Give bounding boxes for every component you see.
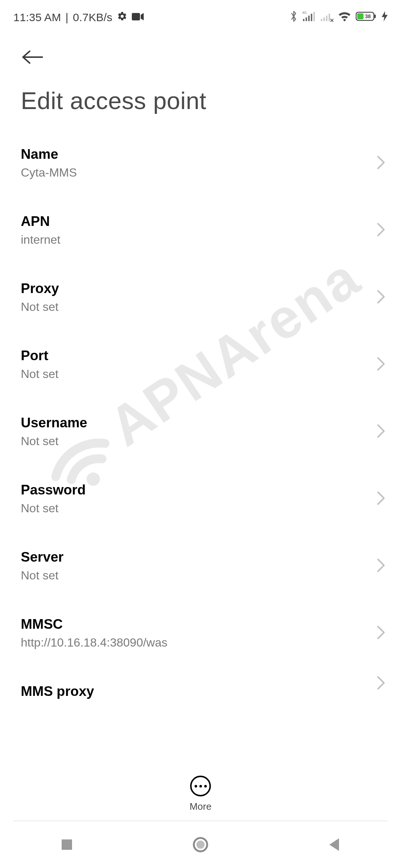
chevron-right-icon (376, 491, 385, 507)
setting-label: Username (21, 415, 365, 431)
setting-row-name[interactable]: Name Cyta-MMS (0, 129, 401, 197)
navigation-bar (0, 821, 401, 868)
setting-row-port[interactable]: Port Not set (0, 331, 401, 398)
setting-label: Password (21, 482, 365, 498)
more-icon (190, 776, 211, 796)
chevron-right-icon (376, 675, 385, 692)
svg-text:4G: 4G (302, 11, 307, 14)
setting-label: Server (21, 549, 365, 565)
chevron-right-icon (376, 558, 385, 574)
svg-rect-1 (132, 13, 140, 20)
arrow-left-icon (22, 50, 44, 65)
setting-row-server[interactable]: Server Not set (0, 532, 401, 599)
chevron-right-icon (376, 155, 385, 171)
chevron-right-icon (376, 625, 385, 641)
signal-4g-icon: 4G (302, 11, 316, 24)
status-time: 11:35 AM (13, 11, 61, 24)
battery-icon: 38 (356, 11, 377, 24)
charging-icon (382, 11, 388, 24)
setting-row-apn[interactable]: APN internet (0, 197, 401, 264)
svg-rect-15 (357, 13, 363, 19)
circle-icon (192, 836, 209, 853)
chevron-right-icon (376, 424, 385, 440)
chevron-right-icon (376, 289, 385, 306)
setting-value: Not set (21, 502, 348, 515)
gear-icon (117, 11, 127, 24)
bluetooth-icon (290, 10, 298, 25)
settings-list: Name Cyta-MMS APN internet Proxy Not set… (0, 129, 401, 701)
status-separator: | (65, 11, 68, 24)
chevron-right-icon (376, 356, 385, 373)
setting-value: internet (21, 233, 348, 247)
nav-home-button[interactable] (178, 834, 223, 856)
svg-rect-3 (303, 19, 304, 21)
page-title: Edit access point (0, 69, 401, 129)
setting-row-username[interactable]: Username Not set (0, 398, 401, 465)
app-bar (0, 29, 401, 69)
setting-value: Not set (21, 300, 348, 314)
svg-rect-9 (323, 17, 325, 21)
chevron-right-icon (376, 222, 385, 239)
setting-label: Port (21, 348, 365, 364)
setting-row-mmsc[interactable]: MMSC http://10.16.18.4:38090/was (0, 599, 401, 667)
setting-row-password[interactable]: Password Not set (0, 465, 401, 532)
svg-rect-7 (313, 12, 315, 21)
setting-value: http://10.16.18.4:38090/was (21, 636, 348, 650)
svg-rect-8 (321, 19, 322, 21)
svg-rect-14 (374, 14, 376, 18)
setting-label: APN (21, 214, 365, 229)
nav-recent-button[interactable] (45, 834, 89, 856)
svg-rect-10 (326, 16, 327, 21)
svg-rect-4 (306, 17, 307, 21)
setting-value: Cyta-MMS (21, 166, 348, 180)
signal-nosim-icon (320, 11, 333, 24)
status-bar: 11:35 AM | 0.7KB/s 4G (0, 0, 401, 29)
battery-percent-text: 38 (365, 13, 371, 19)
setting-label: MMS proxy (21, 684, 365, 699)
setting-value: Not set (21, 367, 348, 381)
camera-icon (132, 11, 144, 24)
setting-row-proxy[interactable]: Proxy Not set (0, 264, 401, 331)
triangle-left-icon (328, 838, 340, 852)
more-label: More (189, 801, 211, 812)
square-icon (60, 838, 74, 851)
setting-label: MMSC (21, 617, 365, 632)
setting-label: Name (21, 147, 365, 162)
setting-value: Not set (21, 434, 348, 448)
svg-rect-11 (329, 14, 330, 21)
back-button[interactable] (21, 45, 45, 69)
more-button[interactable]: More (0, 776, 401, 812)
wifi-icon (338, 11, 351, 24)
setting-row-mms-proxy[interactable]: MMS proxy 10.16.18.77 (0, 667, 401, 701)
status-net-speed: 0.7KB/s (73, 11, 112, 24)
setting-value: Not set (21, 569, 348, 582)
svg-rect-6 (311, 14, 312, 21)
svg-point-18 (196, 841, 205, 849)
setting-label: Proxy (21, 281, 365, 296)
nav-back-button[interactable] (312, 834, 356, 856)
svg-point-12 (343, 19, 346, 21)
svg-rect-16 (62, 839, 72, 850)
svg-rect-5 (308, 16, 310, 21)
